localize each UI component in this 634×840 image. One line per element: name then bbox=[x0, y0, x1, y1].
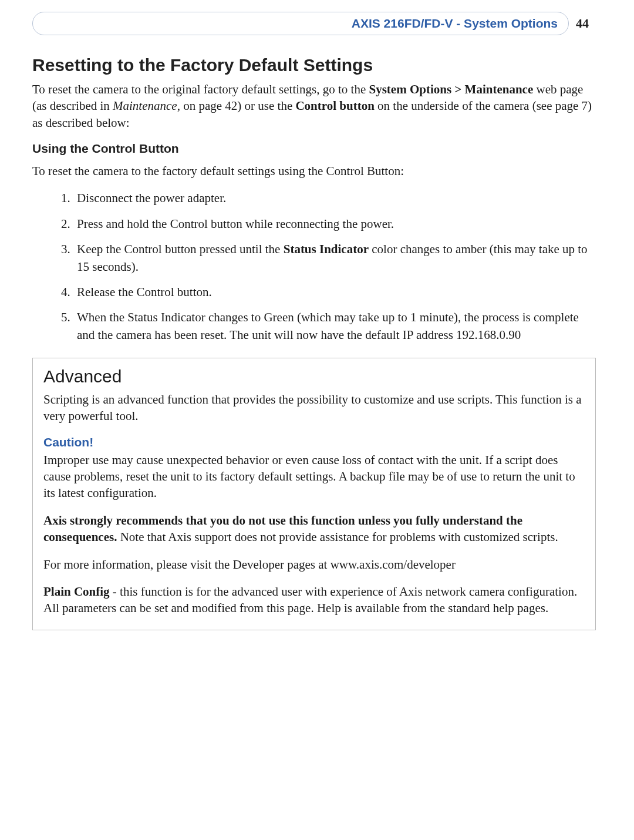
reset-steps-list: Disconnect the power adapter. Press and … bbox=[32, 190, 596, 344]
page-number: 44 bbox=[576, 16, 596, 31]
list-item: When the Status Indicator changes to Gre… bbox=[73, 309, 596, 344]
recommendation-post: Note that Axis support does not provide … bbox=[117, 530, 558, 544]
caution-label: Caution! bbox=[43, 435, 585, 449]
subsection-heading: Using the Control Button bbox=[32, 142, 596, 156]
header-breadcrumb-text: AXIS 216FD/FD-V - System Options bbox=[352, 16, 558, 31]
list-item: Keep the Control button pressed until th… bbox=[73, 241, 596, 275]
caution-paragraph: Improper use may cause unexpected behavi… bbox=[43, 452, 585, 502]
document-page: AXIS 216FD/FD-V - System Options 44 Rese… bbox=[0, 0, 634, 840]
advanced-scripting-paragraph: Scripting is an advanced function that p… bbox=[43, 391, 585, 425]
intro-text: on page 42) or use the bbox=[180, 99, 296, 113]
page-header: AXIS 216FD/FD-V - System Options 44 bbox=[32, 12, 596, 35]
step-text: Keep the Control button pressed until th… bbox=[77, 242, 284, 256]
list-item: Press and hold the Control button while … bbox=[73, 216, 596, 233]
intro-control-bold: Control button bbox=[295, 99, 374, 113]
plain-config-post: - this function is for the advanced user… bbox=[43, 584, 577, 615]
intro-ref-italic: Maintenance, bbox=[113, 99, 180, 113]
section-title: Resetting to the Factory Default Setting… bbox=[32, 55, 596, 75]
header-breadcrumb-pill: AXIS 216FD/FD-V - System Options bbox=[32, 12, 569, 35]
advanced-heading: Advanced bbox=[43, 367, 585, 387]
plain-config-bold: Plain Config bbox=[43, 584, 110, 599]
list-item: Release the Control button. bbox=[73, 284, 596, 301]
advanced-box: Advanced Scripting is an advanced functi… bbox=[32, 358, 596, 630]
plain-config-paragraph: Plain Config - this function is for the … bbox=[43, 583, 585, 617]
recommendation-paragraph: Axis strongly recommends that you do not… bbox=[43, 512, 585, 546]
section-intro: To reset the camera to the original fact… bbox=[32, 81, 596, 131]
developer-link-paragraph: For more information, please visit the D… bbox=[43, 556, 585, 573]
subsection-lead: To reset the camera to the factory defau… bbox=[32, 163, 596, 179]
intro-text: To reset the camera to the original fact… bbox=[32, 82, 369, 96]
intro-nav-path: System Options > Maintenance bbox=[369, 82, 534, 96]
status-indicator-label: Status Indicator bbox=[284, 242, 369, 256]
list-item: Disconnect the power adapter. bbox=[73, 190, 596, 207]
